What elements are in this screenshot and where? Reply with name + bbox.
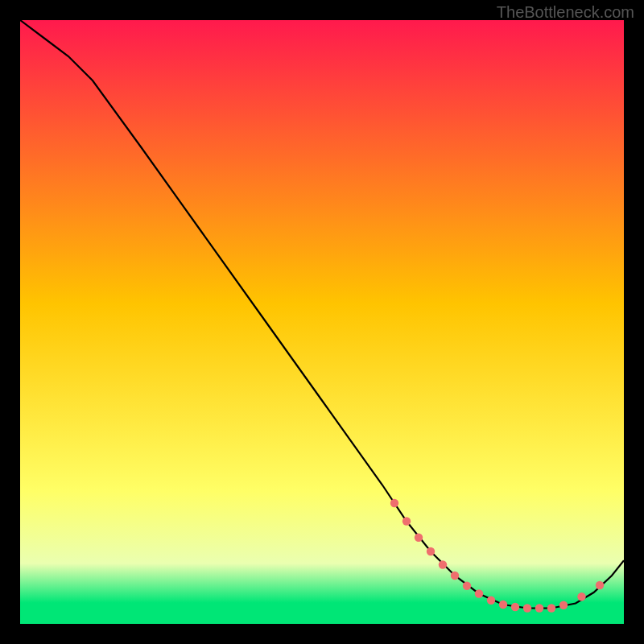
marker-point	[499, 601, 507, 609]
marker-point	[451, 572, 459, 580]
gradient-background	[20, 20, 624, 624]
marker-point	[439, 560, 447, 568]
marker-point	[523, 604, 531, 612]
marker-point	[390, 499, 398, 507]
marker-point	[577, 592, 585, 601]
marker-point	[487, 597, 495, 605]
marker-point	[559, 601, 568, 609]
chart-svg	[20, 20, 624, 624]
marker-point	[547, 604, 555, 612]
marker-point	[475, 589, 483, 597]
marker-point	[427, 547, 435, 555]
marker-point	[463, 582, 471, 590]
marker-point	[511, 603, 519, 611]
marker-point	[535, 604, 543, 612]
chart-container: TheBottleneck.com	[0, 0, 644, 644]
plot-area	[20, 20, 624, 624]
watermark-text: TheBottleneck.com	[497, 3, 634, 22]
marker-point	[415, 534, 423, 542]
marker-point	[596, 581, 604, 589]
marker-point	[402, 517, 411, 525]
